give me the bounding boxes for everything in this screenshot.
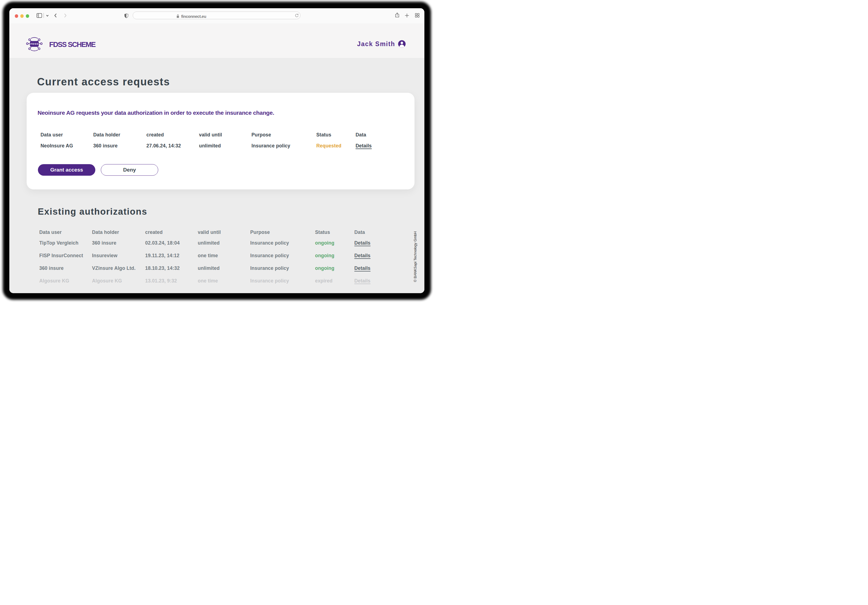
svg-text:FDSS: FDSS	[31, 42, 39, 45]
